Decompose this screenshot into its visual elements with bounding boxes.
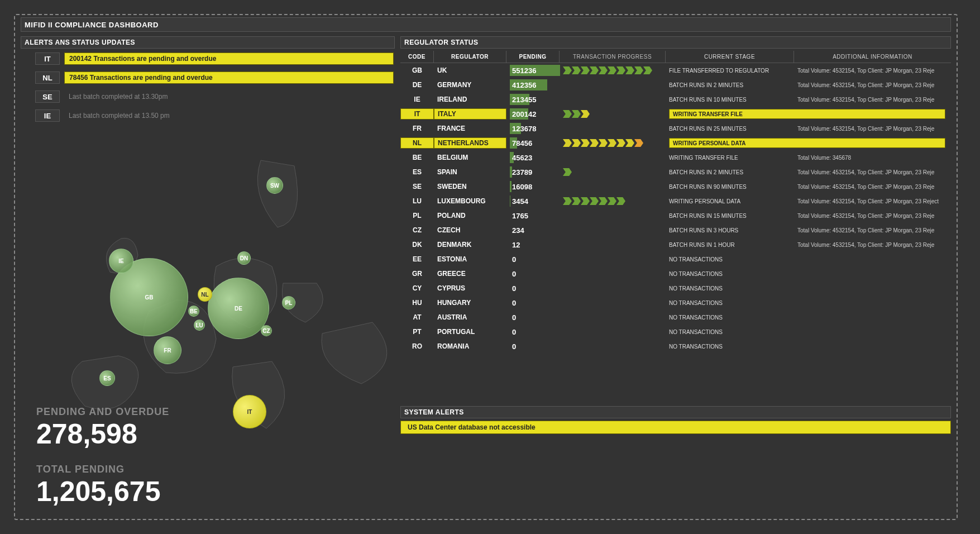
regulator-row[interactable]: GRGREECE0NO TRANSACTIONS (400, 266, 951, 281)
map-bubble-gb[interactable]: GB (110, 258, 188, 336)
name-cell: CYPRUS (434, 281, 506, 295)
code-cell: RO (400, 339, 434, 354)
regulator-table-header: CODE REGULATOR PENDING TRANSACTION PROGR… (400, 51, 951, 63)
stage-cell: WRITING PERSONAL DATA (666, 194, 794, 208)
alert-row[interactable]: NL78456 Transactions are pending and ove… (15, 71, 399, 84)
info-cell: Total Volume: 4532154, Top Client: JP Mo… (794, 194, 951, 208)
stage-cell: BATCH RUNS IN 10 MINUTES (666, 92, 794, 107)
regulator-row[interactable]: BEBELGIUM45623WRITING TRANSFER FILETotal… (400, 150, 951, 165)
system-alerts-title: SYSTEM ALERTS (400, 406, 951, 418)
map-bubble-pl[interactable]: PL (282, 296, 295, 309)
code-cell: IT (400, 108, 434, 120)
code-cell: GB (400, 63, 434, 78)
col-regulator[interactable]: REGULATOR (434, 51, 506, 63)
progress-chevron-icon (616, 139, 625, 147)
col-code[interactable]: CODE (400, 51, 434, 63)
alert-row[interactable]: IT200142 Transactions are pending and ov… (15, 52, 399, 65)
alert-code: IT (35, 53, 60, 65)
regulator-row[interactable]: IEIRELAND213455BATCH RUNS IN 10 MINUTEST… (400, 92, 951, 107)
regulator-row[interactable]: DEGERMANY412356BATCH RUNS IN 2 MINUTESTo… (400, 78, 951, 92)
name-cell: IRELAND (434, 92, 506, 107)
progress-cell (560, 208, 666, 223)
col-pending[interactable]: PENDING (506, 51, 560, 63)
progress-chevron-icon (563, 168, 572, 176)
code-cell: CZ (400, 223, 434, 237)
progress-cell (560, 237, 666, 252)
pending-cell: 0 (506, 310, 560, 325)
regulator-row[interactable]: HUHUNGARY0NO TRANSACTIONS (400, 295, 951, 310)
map-bubble-label: ES (103, 375, 111, 382)
progress-chevron-icon (572, 66, 581, 74)
map-bubble-it[interactable]: IT (233, 395, 266, 428)
code-cell: DE (400, 78, 434, 92)
regulator-row[interactable]: ITITALY200142WRITING TRANSFER FILE (400, 107, 951, 121)
europe-map: GBDEIEITFRNLBEESSWLUPLCZDN (21, 127, 445, 440)
col-info[interactable]: ADDITIONAL INFORMATION (794, 51, 951, 63)
map-bubble-sw[interactable]: SW (266, 177, 283, 194)
map-bubble-de[interactable]: DE (208, 278, 269, 339)
regulator-row[interactable]: EEESTONIA0NO TRANSACTIONS (400, 252, 951, 266)
pending-cell: 412356 (506, 78, 560, 92)
map-bubble-label: FR (164, 347, 171, 354)
code-cell: EE (400, 252, 434, 266)
stage-cell: BATCH RUNS IN 2 MINUTES (666, 78, 794, 92)
code-cell: LU (400, 194, 434, 208)
stage-cell: BATCH RUNS IN 3 HOURS (666, 223, 794, 237)
info-cell (794, 281, 951, 295)
progress-chevron-icon (563, 110, 572, 118)
progress-cell (560, 150, 666, 165)
regulator-row[interactable]: CZCZECH234BATCH RUNS IN 3 HOURSTotal Vol… (400, 223, 951, 237)
map-bubble-lu[interactable]: LU (194, 320, 205, 331)
regulator-row[interactable]: PTPORTUGAL0NO TRANSACTIONS (400, 325, 951, 339)
map-bubble-label: CZ (262, 328, 270, 334)
progress-chevron-icon (599, 66, 608, 74)
map-bubble-label: GB (145, 294, 154, 301)
name-cell: CZECH (434, 223, 506, 237)
regulator-row[interactable]: GBUK551236FILE TRANSFERRED TO REGULATORT… (400, 63, 951, 78)
regulator-row[interactable]: LULUXEMBOURG3454WRITING PERSONAL DATATot… (400, 194, 951, 208)
progress-chevron-icon (581, 66, 590, 74)
pending-cell: 0 (506, 266, 560, 281)
stage-cell: NO TRANSACTIONS (666, 325, 794, 339)
alert-message: 200142 Transactions are pending and over… (64, 53, 394, 65)
col-stage[interactable]: CURRENT STAGE (666, 51, 794, 63)
system-alert-message[interactable]: US Data Center database not accessible (400, 421, 951, 434)
pending-cell: 234 (506, 223, 560, 237)
regulator-row[interactable]: FRFRANCE123678BATCH RUNS IN 25 MINUTESTo… (400, 121, 951, 136)
map-bubble-be[interactable]: BE (188, 306, 199, 317)
progress-chevron-icon (608, 139, 616, 147)
regulator-row[interactable]: NLNETHERLANDS78456WRITING PERSONAL DATA (400, 136, 951, 150)
map-bubble-fr[interactable]: FR (154, 336, 181, 364)
regulator-row[interactable]: ATAUSTRIA0NO TRANSACTIONS (400, 310, 951, 325)
progress-cell (560, 325, 666, 339)
map-bubble-cz[interactable]: CZ (261, 325, 272, 336)
alert-row[interactable]: SELast batch completed at 13.30pm (15, 90, 399, 103)
map-bubble-label: SW (270, 183, 279, 189)
name-cell: FRANCE (434, 121, 506, 136)
stage-cell: WRITING PERSONAL DATA (666, 136, 951, 150)
info-cell (794, 325, 951, 339)
code-cell: NL (400, 137, 434, 149)
pending-cell: 0 (506, 295, 560, 310)
progress-cell (560, 107, 666, 121)
regulator-row[interactable]: CYCYPRUS0NO TRANSACTIONS (400, 281, 951, 295)
stage-cell: NO TRANSACTIONS (666, 252, 794, 266)
progress-cell (560, 310, 666, 325)
progress-chevron-icon (581, 110, 590, 118)
progress-chevron-icon (563, 139, 572, 147)
regulator-row[interactable]: SESWEDEN16098BATCH RUNS IN 90 MINUTESTot… (400, 179, 951, 194)
alert-row[interactable]: IELast batch completed at 13.50 pm (15, 109, 399, 122)
stage-cell: BATCH RUNS IN 25 MINUTES (666, 121, 794, 136)
regulator-row[interactable]: ESSPAIN23789BATCH RUNS IN 2 MINUTESTotal… (400, 165, 951, 179)
map-bubble-dn[interactable]: DN (237, 251, 251, 265)
map-bubble-ie[interactable]: IE (109, 249, 133, 273)
col-progress[interactable]: TRANSACTION PROGRESS (560, 51, 666, 63)
map-bubble-es[interactable]: ES (99, 370, 115, 386)
regulator-row[interactable]: ROROMANIA0NO TRANSACTIONS (400, 339, 951, 354)
regulator-row[interactable]: DKDENMARK12BATCH RUNS IN 1 HOURTotal Vol… (400, 237, 951, 252)
map-bubble-label: DN (240, 255, 248, 261)
map-bubble-nl[interactable]: NL (198, 287, 212, 302)
regulator-row[interactable]: PLPOLAND1765BATCH RUNS IN 15 MINUTESTota… (400, 208, 951, 223)
total-pending-label: TOTAL PENDING (36, 464, 169, 475)
progress-cell (560, 266, 666, 281)
